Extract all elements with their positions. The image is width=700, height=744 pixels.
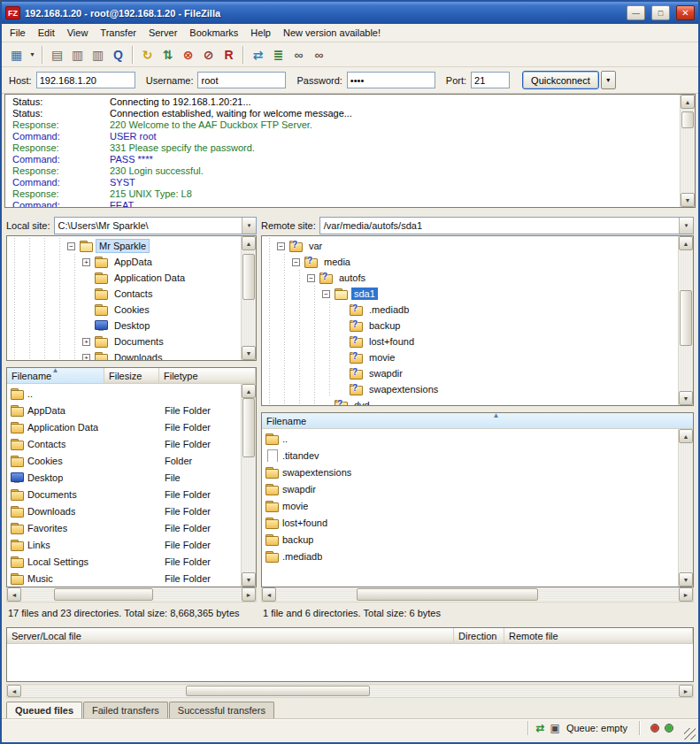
file-row-favorites[interactable]: FavoritesFile Folder (7, 519, 241, 536)
scroll-up-button[interactable]: ▲ (679, 236, 693, 250)
tree-item-contacts[interactable]: Contacts (7, 286, 241, 302)
scroll-track[interactable] (679, 443, 693, 572)
file-row-backup[interactable]: backup (262, 531, 678, 548)
remote-list-scrollbar[interactable]: ▲▼ (678, 429, 693, 587)
synchronized-browsing-status-icon[interactable]: ▣ (550, 722, 560, 734)
scroll-thumb[interactable] (681, 111, 694, 128)
maximize-button[interactable]: □ (651, 5, 670, 20)
local-list-hscrollbar[interactable]: ◄► (6, 587, 257, 602)
menu-item-view[interactable]: View (61, 25, 95, 41)
scroll-track[interactable] (679, 250, 693, 391)
menu-item-bookmarks[interactable]: Bookmarks (183, 25, 244, 41)
tree-item-cookies[interactable]: Cookies (7, 302, 241, 318)
file-row-swapextensions[interactable]: swapextensions (262, 464, 678, 480)
scroll-down-button[interactable]: ▼ (242, 346, 256, 360)
file-row-swapdir[interactable]: swapdir (262, 480, 678, 497)
file-row-movie[interactable]: movie (262, 497, 678, 514)
file-row-cookies[interactable]: CookiesFolder (7, 452, 241, 469)
host-input[interactable] (36, 72, 135, 88)
scroll-track[interactable] (242, 250, 256, 346)
local-tree-scrollbar[interactable]: ▲▼ (241, 236, 256, 360)
local-site-dropdown-icon[interactable]: ▾ (242, 218, 256, 234)
expand-toggle[interactable]: + (82, 338, 90, 346)
local-tree-splitter[interactable] (6, 361, 257, 367)
scroll-track[interactable] (681, 109, 695, 193)
scroll-track[interactable] (21, 587, 242, 602)
scroll-track[interactable] (276, 587, 679, 602)
scroll-up-button[interactable]: ▲ (679, 429, 693, 443)
quickconnect-dropdown-button[interactable]: ▾ (601, 71, 616, 89)
directory-comparison-button[interactable]: ⇄ (248, 45, 268, 65)
remote-tree-splitter[interactable] (261, 406, 694, 412)
collapse-toggle[interactable]: − (67, 242, 75, 250)
file-row-local-settings[interactable]: Local SettingsFile Folder (7, 553, 241, 570)
collapse-toggle[interactable]: − (292, 258, 300, 266)
filename-filters-button[interactable]: ∞ (288, 45, 309, 65)
remote-site-combobox[interactable]: /var/media/autofs/sda1 ▾ (319, 217, 694, 234)
tree-item-appdata[interactable]: +AppData (7, 254, 241, 270)
log-splitter[interactable] (2, 208, 698, 216)
tree-item-mr-sparkle[interactable]: −Mr Sparkle (7, 238, 241, 254)
synchronized-browsing-button[interactable]: ≣ (268, 45, 288, 65)
site-manager-button[interactable]: ▦ (6, 45, 27, 65)
scroll-up-button[interactable]: ▲ (681, 95, 695, 109)
scroll-track[interactable] (242, 398, 256, 572)
port-input[interactable] (471, 72, 510, 88)
file-row-item[interactable]: .. (262, 430, 678, 447)
password-input[interactable] (347, 72, 435, 88)
minimize-button[interactable]: — (627, 5, 645, 20)
close-button[interactable]: ✕ (676, 5, 695, 20)
scroll-up-button[interactable]: ▲ (242, 384, 256, 398)
queue-hscrollbar[interactable]: ◄► (6, 684, 694, 698)
file-row-titandev[interactable]: .titandev (262, 447, 678, 464)
scroll-thumb[interactable] (242, 254, 255, 300)
menu-item-edit[interactable]: Edit (32, 25, 61, 41)
column-header-filename[interactable]: Filename▲ (7, 368, 104, 383)
file-row-mediadb[interactable]: .mediadb (262, 548, 678, 564)
remote-tree-scrollbar[interactable]: ▲▼ (678, 236, 693, 405)
file-row-music[interactable]: MusicFile Folder (7, 570, 241, 587)
scroll-down-button[interactable]: ▼ (242, 572, 256, 587)
scroll-thumb[interactable] (242, 398, 255, 457)
collapse-toggle[interactable]: − (322, 290, 330, 298)
message-log-scrollbar[interactable]: ▲▼ (680, 95, 695, 207)
process-queue-button[interactable]: ⇅ (158, 45, 178, 65)
scroll-down-button[interactable]: ▼ (679, 391, 693, 405)
cancel-button[interactable]: ⊗ (178, 45, 198, 65)
scroll-track[interactable] (21, 685, 679, 697)
tree-item-desktop[interactable]: Desktop (7, 318, 241, 334)
tree-item-mediadb[interactable]: ?.mediadb (262, 302, 678, 318)
tree-item-swapdir[interactable]: ?swapdir (262, 365, 678, 381)
column-header-filetype[interactable]: Filetype (159, 368, 256, 383)
scroll-thumb[interactable] (54, 588, 153, 601)
tree-item-dvd[interactable]: ?dvd (262, 397, 678, 405)
scroll-left-button[interactable]: ◄ (262, 587, 276, 602)
scroll-thumb[interactable] (357, 588, 538, 601)
file-row-desktop[interactable]: DesktopFile (7, 469, 241, 486)
username-input[interactable] (197, 72, 286, 88)
column-header-direction[interactable]: Direction (454, 628, 504, 643)
scroll-thumb[interactable] (186, 686, 370, 696)
file-row-contacts[interactable]: ContactsFile Folder (7, 435, 241, 452)
file-row-application-data[interactable]: Application DataFile Folder (7, 418, 241, 435)
find-files-button[interactable]: ∞ (309, 45, 329, 65)
scroll-right-button[interactable]: ► (679, 587, 693, 602)
toggle-local-tree-button[interactable]: ▥ (67, 45, 88, 65)
directory-comparison-status-icon[interactable]: ⇄ (536, 722, 545, 734)
scroll-right-button[interactable]: ► (679, 685, 693, 697)
toggle-message-log-button[interactable]: ▤ (47, 45, 67, 65)
remote-site-dropdown-icon[interactable]: ▾ (679, 218, 693, 234)
tree-item-var[interactable]: −?var (262, 238, 678, 254)
file-row-lost-found[interactable]: lost+found (262, 514, 678, 531)
scroll-up-button[interactable]: ▲ (242, 236, 256, 250)
tree-item-documents[interactable]: +Documents (7, 334, 241, 349)
title-bar[interactable]: FZ 192.168.1.20 - root@192.168.1.20 - Fi… (2, 2, 698, 24)
tree-item-lost-found[interactable]: ?lost+found (262, 334, 678, 349)
collapse-toggle[interactable]: − (307, 274, 315, 282)
disconnect-button[interactable]: ⊘ (198, 45, 219, 65)
file-row-links[interactable]: LinksFile Folder (7, 536, 241, 553)
menu-item-server[interactable]: Server (142, 25, 183, 41)
toggle-remote-tree-button[interactable]: ▥ (88, 45, 108, 65)
remote-list-hscrollbar[interactable]: ◄► (261, 587, 694, 602)
toggle-queue-button[interactable]: Q (108, 45, 128, 65)
